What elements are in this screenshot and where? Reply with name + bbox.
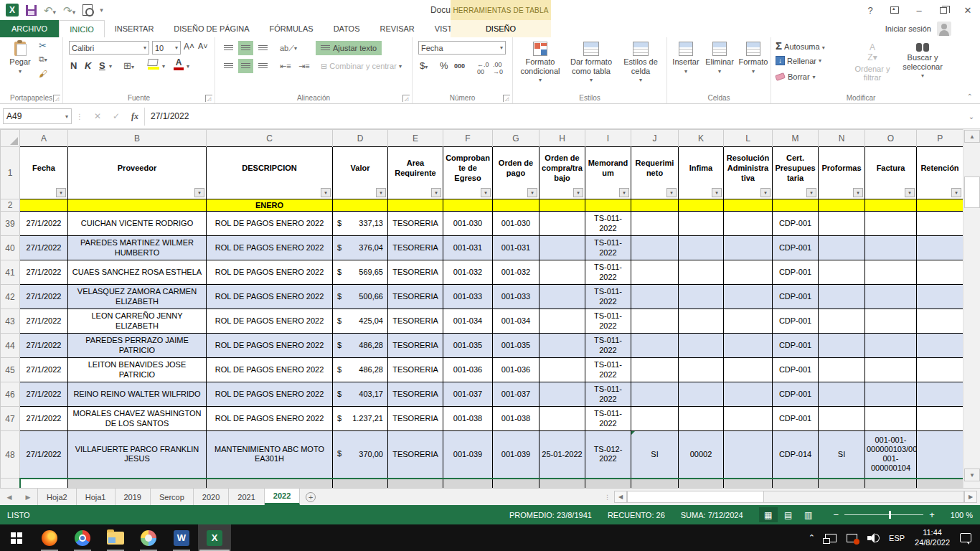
cell[interactable]: [679, 260, 724, 285]
cell[interactable]: [585, 479, 631, 489]
cell[interactable]: 25-01-2022: [540, 431, 585, 479]
filter-dropdown-icon[interactable]: ▾: [431, 188, 441, 197]
cell[interactable]: ROL DE PAGOS ENERO 2022: [207, 358, 333, 382]
cell[interactable]: [540, 199, 585, 212]
cell[interactable]: TS-011-2022: [585, 382, 631, 407]
horizontal-scroll-thumb[interactable]: [628, 491, 764, 502]
cell[interactable]: [724, 212, 773, 236]
cell[interactable]: 001-037: [443, 382, 493, 407]
scroll-up-icon[interactable]: ▲: [964, 130, 980, 143]
cell[interactable]: [724, 407, 773, 431]
sheet-tab-Hoja1[interactable]: Hoja1: [77, 489, 116, 505]
cell[interactable]: [631, 260, 679, 285]
start-button[interactable]: [0, 524, 33, 551]
cell[interactable]: [819, 260, 865, 285]
cell[interactable]: ROL DE PAGOS ENERO 2022: [207, 212, 333, 236]
align-top-icon[interactable]: [221, 41, 236, 55]
cell[interactable]: CDP-014: [773, 431, 819, 479]
cell[interactable]: [724, 260, 773, 285]
cell[interactable]: [819, 212, 865, 236]
cell[interactable]: [819, 199, 865, 212]
cell[interactable]: [333, 479, 388, 489]
formula-input[interactable]: 27/1/2022: [144, 108, 963, 126]
cell[interactable]: [917, 285, 963, 309]
scroll-down-icon[interactable]: ▼: [964, 468, 980, 481]
cell[interactable]: TESORERIA: [388, 236, 443, 260]
cell[interactable]: [679, 212, 724, 236]
cell-valor[interactable]: $376,04: [333, 236, 388, 260]
cell[interactable]: [540, 407, 585, 431]
cell[interactable]: [333, 199, 388, 212]
cell[interactable]: 27/1/2022: [20, 334, 68, 358]
table-header-cell[interactable]: Requerimineto▾: [631, 147, 679, 199]
column-header-B[interactable]: B: [68, 130, 207, 147]
cell[interactable]: [631, 382, 679, 407]
format-as-table-button[interactable]: Dar formato como tabla▾: [566, 39, 616, 83]
number-format-select[interactable]: Fecha▾: [418, 41, 506, 55]
cell[interactable]: SI: [819, 431, 865, 479]
row-header-45[interactable]: 45: [1, 358, 20, 382]
cell[interactable]: [865, 334, 917, 358]
cell[interactable]: [773, 479, 819, 489]
cell[interactable]: TS-011-2022: [585, 309, 631, 334]
row-header-42[interactable]: 42: [1, 285, 20, 309]
cell[interactable]: SI: [631, 431, 679, 479]
cell[interactable]: [540, 334, 585, 358]
cell[interactable]: [493, 479, 540, 489]
row-header-44[interactable]: 44: [1, 334, 20, 358]
cell[interactable]: [631, 236, 679, 260]
wrap-text-button[interactable]: Ajustar texto: [316, 41, 382, 55]
month-cell[interactable]: ENERO: [207, 199, 333, 212]
cell-valor[interactable]: $370,00: [333, 431, 388, 479]
cell[interactable]: 001-030: [493, 212, 540, 236]
cell[interactable]: 00002: [679, 431, 724, 479]
grow-font-icon[interactable]: A˄: [184, 42, 194, 52]
page-layout-view-icon[interactable]: ▤: [779, 507, 798, 522]
table-header-cell[interactable]: Cert. Presupuestaria▾: [773, 147, 819, 199]
font-name-select[interactable]: Calibri▾: [69, 41, 149, 55]
cell[interactable]: [819, 358, 865, 382]
fill-color-dropdown-icon[interactable]: ▾: [162, 63, 165, 70]
cell[interactable]: [865, 285, 917, 309]
cell[interactable]: [865, 260, 917, 285]
cell[interactable]: TS-011-2022: [585, 407, 631, 431]
cell[interactable]: CDP-001: [773, 382, 819, 407]
table-header-cell[interactable]: Fecha▾: [20, 147, 68, 199]
filter-dropdown-icon[interactable]: ▾: [481, 188, 491, 197]
cell[interactable]: [773, 199, 819, 212]
sign-in[interactable]: Iniciar sesión: [885, 20, 951, 37]
filter-dropdown-icon[interactable]: ▾: [712, 188, 722, 197]
cell[interactable]: 27/1/2022: [20, 382, 68, 407]
merge-center-button[interactable]: ⊟ Combinar y centrar ▾: [316, 59, 407, 73]
cell[interactable]: [917, 199, 963, 212]
cell[interactable]: TESORERIA: [388, 334, 443, 358]
cell[interactable]: [493, 199, 540, 212]
ribbon-tab-3[interactable]: DISEÑO DE PÁGINA: [164, 20, 259, 37]
sheet-tab-2022[interactable]: 2022: [265, 489, 300, 505]
cell-valor[interactable]: $425,04: [333, 309, 388, 334]
column-header-M[interactable]: M: [773, 130, 819, 147]
paste-button[interactable]: Pegar ▾: [4, 39, 36, 75]
network-icon[interactable]: [825, 534, 837, 542]
cell[interactable]: [724, 479, 773, 489]
cell[interactable]: 001-038: [493, 407, 540, 431]
cell[interactable]: [819, 407, 865, 431]
align-middle-icon[interactable]: [238, 41, 253, 55]
fuente-dialog-launcher[interactable]: ◿: [205, 95, 212, 102]
cell[interactable]: [631, 199, 679, 212]
cell[interactable]: [679, 358, 724, 382]
customize-qat-icon[interactable]: ▾: [100, 6, 103, 14]
save-icon[interactable]: [26, 5, 37, 16]
cell[interactable]: [679, 309, 724, 334]
filter-dropdown-icon[interactable]: ▾: [853, 188, 863, 197]
underline-dropdown-icon[interactable]: ▾: [109, 63, 112, 70]
comma-format-icon[interactable]: 000: [454, 62, 465, 70]
filter-dropdown-icon[interactable]: ▾: [376, 188, 386, 197]
align-left-icon[interactable]: [221, 59, 236, 73]
cell[interactable]: [68, 199, 207, 212]
scroll-right-icon[interactable]: ▶: [964, 491, 977, 503]
cell[interactable]: [917, 309, 963, 334]
cell[interactable]: TS-011-2022: [585, 358, 631, 382]
cell-valor[interactable]: $1.237,21: [333, 407, 388, 431]
cell[interactable]: [68, 479, 207, 489]
